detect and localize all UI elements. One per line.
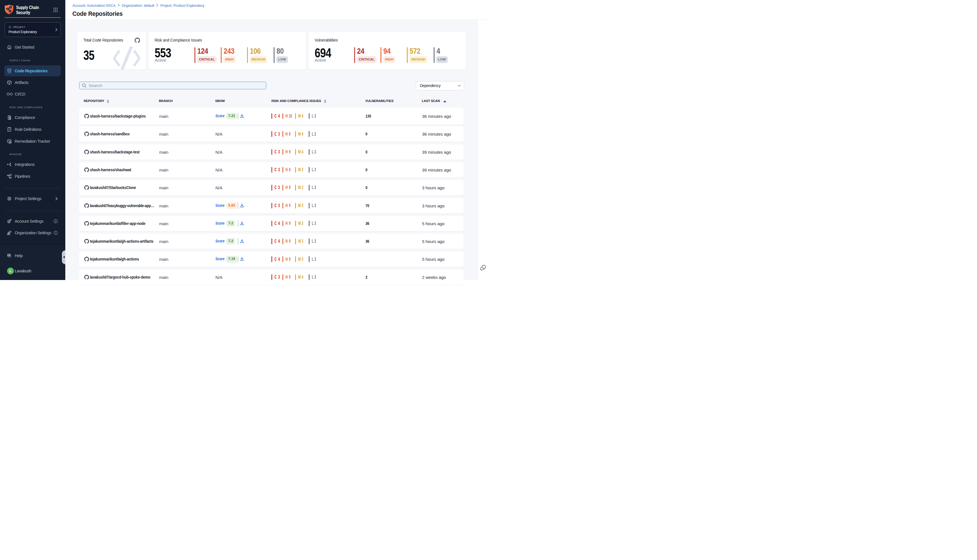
svg-text:?: ?	[8, 254, 9, 256]
